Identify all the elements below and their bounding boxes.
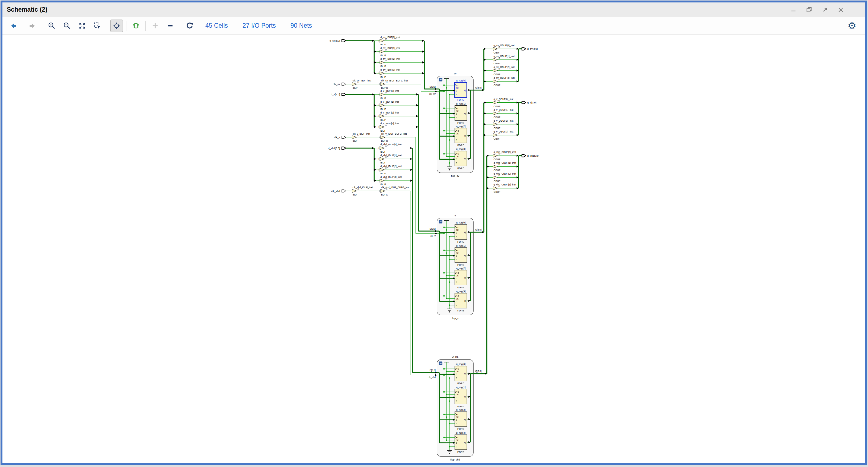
svg-text:FDRE: FDRE (457, 427, 464, 430)
svg-text:d_vhd_IBUF[1]_inst: d_vhd_IBUF[1]_inst (380, 154, 402, 157)
svg-text:q_vhd_OBUF[2]_inst: q_vhd_OBUF[2]_inst (494, 172, 516, 175)
svg-text:q_vhd_OBUF[0]_inst: q_vhd_OBUF[0]_inst (494, 151, 516, 153)
svg-text:Q: Q (464, 396, 466, 398)
schematic-canvas[interactable]: d_sv[3:0]IOd_sv_IBUF[0]_instIBUFIOd_sv_I… (2, 35, 865, 463)
svg-text:clk_v_IBUF_BUFG_inst: clk_v_IBUF_BUFG_inst (381, 133, 407, 135)
output-port-q_v[3:0][interactable]: q_v[3:0] (522, 101, 536, 104)
svg-text:D: D (456, 158, 457, 160)
input-port-clk_sv[interactable]: clk_sv (333, 83, 346, 86)
svg-text:I: I (379, 136, 380, 138)
restore-button[interactable] (805, 6, 813, 13)
ibuf-group-d_vhd[3:0][interactable]: d_vhd[3:0]IOd_vhd_IBUF[0]_instIBUFIOd_vh… (328, 143, 437, 374)
svg-text:R: R (456, 93, 457, 96)
svg-text:C: C (457, 295, 459, 297)
svg-text:Q: Q (464, 418, 466, 420)
zoom-fit-icon (78, 22, 86, 30)
svg-text:D: D (456, 373, 457, 376)
restore-icon (806, 6, 813, 13)
svg-text:OBUF: OBUF (494, 73, 500, 76)
svg-text:d_v_IBUF[1]_inst: d_v_IBUF[1]_inst (380, 100, 399, 103)
svg-text:D: D (456, 135, 457, 138)
input-port-clk_v[interactable]: clk_v (334, 136, 346, 139)
input-port-d_sv[3:0][interactable]: d_sv[3:0] (330, 39, 346, 42)
svg-text:C: C (457, 130, 459, 132)
svg-text:I: I (492, 134, 492, 136)
collapse-block-icon[interactable] (439, 361, 442, 365)
window-controls (789, 6, 844, 13)
svg-text:d_sv_IBUF[0]_inst: d_sv_IBUF[0]_inst (380, 36, 400, 38)
svg-text:I: I (492, 80, 492, 82)
svg-text:IBUF: IBUF (380, 65, 386, 68)
toolbar-separator (145, 21, 146, 31)
output-port-q_vhd[3:0][interactable]: q_vhd[3:0] (522, 154, 539, 157)
svg-text:IBUF: IBUF (380, 76, 386, 79)
zoom-fit-button[interactable] (76, 20, 88, 32)
regenerate-icon (186, 22, 194, 30)
svg-text:Q: Q (464, 441, 466, 444)
svg-text:FDRE: FDRE (457, 144, 464, 147)
back-button[interactable] (7, 20, 20, 32)
schematic-drawing[interactable]: d_sv[3:0]IOd_sv_IBUF[0]_instIBUFIOd_sv_I… (2, 35, 865, 463)
input-port-d_v[3:0][interactable]: d_v[3:0] (331, 93, 346, 96)
zoom-out-button[interactable] (61, 20, 73, 32)
elaborate-chip-icon (132, 22, 140, 30)
zoom-selection-button[interactable] (91, 20, 104, 32)
collapse-block-icon[interactable] (439, 220, 442, 224)
svg-text:OBUF: OBUF (494, 62, 500, 65)
zoom-in-icon (48, 22, 56, 30)
svg-text:q_reg[2]: q_reg[2] (456, 125, 466, 127)
float-button[interactable] (821, 6, 829, 13)
ibuf-group-d_v[3:0][interactable]: d_v[3:0]IOd_v_IBUF[0]_instIBUFIOd_v_IBUF… (331, 90, 437, 232)
svg-text:I: I (378, 93, 379, 95)
block-flop_sv[interactable]: svflop_svD[3:0]clk_svQ[3:0]q_reg[0]FDREC… (429, 72, 482, 178)
svg-text:clk_sv_IBUF_inst: clk_sv_IBUF_inst (352, 79, 371, 82)
svg-text:I: I (492, 69, 492, 71)
schematic-window: Schematic (2) 45 Cells27 I/O Ports90 Net… (1, 1, 867, 465)
svg-text:OBUF: OBUF (494, 191, 500, 193)
svg-text:I: I (492, 48, 492, 50)
collapse-block-icon[interactable] (439, 78, 442, 82)
svg-text:R: R (456, 116, 457, 119)
obuf-group-q_v[3:0][interactable]: IOq_v_OBUF[0]_instOBUFIOq_v_OBUF[1]_inst… (473, 98, 536, 233)
svg-text:C: C (457, 107, 459, 110)
minimize-button[interactable] (789, 6, 797, 13)
stat-nets[interactable]: 90 Nets (290, 22, 312, 29)
stat-cells[interactable]: 45 Cells (205, 22, 228, 29)
regenerate-button[interactable] (183, 20, 196, 32)
svg-text:I: I (379, 83, 380, 85)
obuf-group-q_vhd[3:0][interactable]: IOq_vhd_OBUF[0]_instOBUFIOq_vhd_OBUF[1]_… (473, 151, 539, 375)
elaborate-chip-button[interactable] (130, 20, 142, 32)
svg-text:clk_v: clk_v (334, 136, 340, 139)
svg-text:q_reg[3]: q_reg[3] (456, 147, 466, 150)
stat-io-ports[interactable]: 27 I/O Ports (243, 22, 276, 29)
svg-text:q_sv_OBUF[0]_inst: q_sv_OBUF[0]_inst (494, 44, 515, 47)
svg-text:I: I (492, 112, 492, 114)
svg-text:q_reg[0]: q_reg[0] (456, 221, 466, 224)
block-flop_vhd[interactable]: VHDLflop_vhdD[3:0]clk_vhdQ[3:0]q_reg[0]F… (428, 355, 482, 461)
svg-text:IBUF: IBUF (380, 43, 386, 46)
svg-text:clk_v: clk_v (431, 235, 436, 237)
svg-text:flop_v: flop_v (452, 317, 458, 320)
svg-text:q_sv_OBUF[2]_inst: q_sv_OBUF[2]_inst (494, 66, 515, 68)
output-port-q_sv[3:0][interactable]: q_sv[3:0] (522, 47, 538, 50)
zoom-in-button[interactable] (45, 20, 58, 32)
svg-text:q_reg[0]: q_reg[0] (456, 362, 466, 366)
collapse-button[interactable] (164, 20, 177, 32)
svg-text:q_reg[2]: q_reg[2] (456, 267, 466, 270)
svg-text:CE: CE (456, 298, 458, 300)
input-port-d_vhd[3:0][interactable]: d_vhd[3:0] (328, 147, 346, 150)
close-button[interactable] (837, 6, 844, 13)
obuf-group-q_sv[3:0][interactable]: IOq_sv_OBUF[0]_instOBUFIOq_sv_OBUF[1]_in… (473, 44, 538, 91)
settings-gear-icon[interactable]: ⚙ (846, 21, 858, 31)
svg-text:Q: Q (464, 231, 466, 233)
clock-chain-clk_vhd[interactable]: clk_vhdIOclk_vhd_IBUF_instIBUFIOclk_vhd_… (331, 186, 437, 376)
svg-text:IBUF: IBUF (380, 108, 386, 111)
svg-text:C: C (457, 84, 459, 87)
svg-text:clk_vhd: clk_vhd (428, 376, 436, 379)
svg-text:q_sv_OBUF[3]_inst: q_sv_OBUF[3]_inst (494, 77, 515, 79)
svg-text:Q: Q (464, 277, 466, 279)
block-flop_v[interactable]: vflop_vD[3:0]clk_vQ[3:0]q_reg[0]FDRECCED… (429, 214, 482, 320)
svg-text:q_sv_OBUF[1]_inst: q_sv_OBUF[1]_inst (494, 55, 515, 58)
autofit-selection-button[interactable] (111, 20, 123, 32)
input-port-clk_vhd[interactable]: clk_vhd (331, 189, 346, 193)
